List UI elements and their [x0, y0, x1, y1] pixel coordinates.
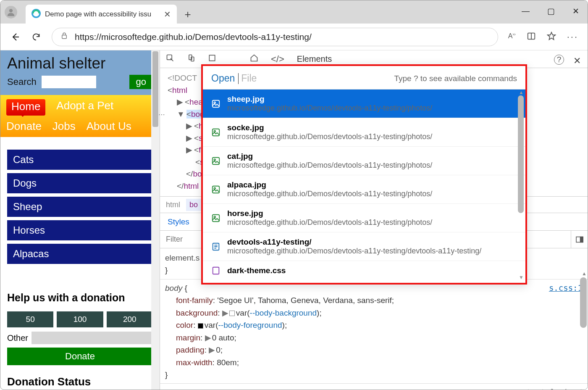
cat-sheep[interactable]: Sheep — [7, 197, 153, 217]
cmd-item[interactable]: horse.jpgmicrosoftedge.github.io/Demos/d… — [203, 204, 525, 232]
go-button[interactable]: go — [129, 75, 153, 89]
refresh-icon[interactable] — [31, 32, 42, 42]
amount-200[interactable]: 200 — [107, 311, 153, 327]
cmd-scroll-down-icon[interactable]: ▼ — [519, 274, 524, 280]
page-title: Animal shelter — [7, 55, 153, 72]
nav-home[interactable]: Home — [6, 99, 45, 116]
cmd-item[interactable]: socke.jpgmicrosoftedge.github.io/Demos/d… — [203, 118, 525, 147]
cmd-scrollbar[interactable] — [518, 95, 524, 213]
devtools-scrollbar[interactable] — [580, 277, 587, 328]
cat-horses[interactable]: Horses — [7, 220, 153, 240]
svg-point-15 — [214, 159, 215, 161]
svg-rect-21 — [213, 267, 219, 274]
other-input[interactable] — [32, 332, 153, 344]
close-window-icon[interactable]: ✕ — [572, 6, 579, 16]
svg-rect-12 — [213, 129, 220, 136]
nav-donate[interactable]: Donate — [6, 120, 42, 133]
minimize-icon[interactable]: — — [522, 6, 530, 16]
cat-alpacas[interactable]: Alpacas — [7, 244, 153, 264]
main-nav: Home Adopt a Pet Donate Jobs About Us — [0, 95, 160, 137]
cmd-item[interactable]: cat.jpgmicrosoftedge.github.io/Demos/dev… — [203, 147, 525, 175]
browser-tab[interactable]: Demo page with accessibility issu ✕ — [26, 5, 177, 24]
page-pane: Animal shelter Search go Home Adopt a Pe… — [0, 50, 160, 390]
lock-icon — [60, 32, 68, 42]
address-bar: https://microsoftedge.github.io/Demos/de… — [0, 24, 588, 50]
search-input[interactable] — [42, 76, 96, 88]
donate-button[interactable]: Donate — [7, 348, 153, 365]
tab-close-icon[interactable]: ✕ — [164, 9, 171, 19]
svg-rect-9 — [580, 237, 583, 242]
svg-rect-14 — [213, 157, 220, 164]
amount-100[interactable]: 100 — [57, 311, 103, 327]
command-menu: Open File Type ? to see available comman… — [201, 64, 527, 285]
cat-dogs[interactable]: Dogs — [7, 173, 153, 193]
donation-status-heading: Donation Status — [7, 375, 153, 388]
nav-jobs[interactable]: Jobs — [52, 120, 76, 133]
svg-point-11 — [214, 102, 215, 103]
reader-icon[interactable] — [527, 32, 536, 42]
page-scrollbar[interactable] — [151, 50, 160, 390]
cmd-open-label: Open — [211, 73, 235, 84]
window-controls: — ▢ ✕ — [522, 6, 579, 16]
svg-point-13 — [214, 130, 215, 132]
css-source-link[interactable]: s.css:1 — [549, 282, 583, 294]
welcome-icon[interactable] — [208, 54, 216, 64]
tab-title: Demo page with accessibility issu — [45, 10, 160, 18]
svg-rect-10 — [213, 100, 220, 107]
crumb-body[interactable]: bo — [186, 199, 201, 211]
svg-point-19 — [214, 216, 215, 218]
maximize-icon[interactable]: ▢ — [547, 6, 555, 16]
category-list: Cats Dogs Sheep Horses Alpacas — [0, 137, 160, 269]
more-icon[interactable]: ··· — [567, 32, 578, 42]
inspect-icon[interactable] — [166, 54, 174, 64]
devtools-close-icon[interactable]: ✕ — [573, 55, 581, 66]
svg-rect-2 — [62, 35, 67, 39]
url-field[interactable]: https://microsoftedge.github.io/Demos/de… — [52, 28, 498, 46]
other-label: Other — [7, 332, 28, 344]
scroll-up-icon[interactable]: ▲ — [582, 271, 587, 277]
amount-50[interactable]: 50 — [7, 311, 53, 327]
read-aloud-icon[interactable]: A›› — [508, 32, 516, 42]
cmd-item[interactable]: dark-theme.css — [203, 261, 525, 277]
cmd-list: sheep.jpgmicrosoftedge.github.io/Demos/d… — [203, 89, 525, 277]
text-cursor — [238, 73, 239, 84]
svg-rect-18 — [213, 214, 220, 221]
device-icon[interactable] — [187, 54, 195, 64]
svg-rect-16 — [213, 186, 220, 193]
cmd-scroll-up-icon[interactable]: ▲ — [519, 90, 524, 95]
cmd-item[interactable]: sheep.jpgmicrosoftedge.github.io/Demos/d… — [203, 90, 525, 118]
svg-rect-7 — [209, 55, 215, 61]
back-icon[interactable] — [10, 32, 21, 42]
svg-point-17 — [214, 187, 215, 189]
cmd-item[interactable]: alpaca.jpgmicrosoftedge.github.io/Demos/… — [203, 175, 525, 204]
cmd-file-placeholder[interactable]: File — [241, 73, 257, 84]
edge-icon — [32, 9, 41, 20]
cmd-hint: Type ? to see available commands — [394, 74, 517, 83]
browser-titlebar: Demo page with accessibility issu ✕ + — … — [0, 0, 588, 24]
help-icon[interactable]: ? — [554, 55, 564, 65]
elements-tab[interactable]: Elements — [297, 54, 332, 64]
profile-avatar[interactable] — [5, 6, 17, 18]
cat-cats[interactable]: Cats — [7, 150, 153, 170]
search-label: Search — [7, 76, 37, 87]
url-text: https://microsoftedge.github.io/Demos/de… — [75, 32, 312, 42]
new-tab-button[interactable]: + — [179, 8, 196, 21]
crumb-html[interactable]: html — [166, 200, 180, 209]
donation-section: Help us with a donation 50 100 200 Other… — [0, 269, 160, 390]
user-agent-label: user agent stylesheet — [482, 386, 583, 390]
home-tab-icon[interactable] — [250, 54, 258, 64]
dock-icon[interactable] — [571, 231, 588, 248]
page-header: Animal shelter Search go — [0, 50, 160, 95]
cmd-item[interactable]: devtools-a11y-testing/microsoftedge.gith… — [203, 232, 525, 261]
svg-point-0 — [9, 9, 13, 12]
nav-adopt[interactable]: Adopt a Pet — [56, 99, 113, 116]
nav-about[interactable]: About Us — [87, 120, 131, 133]
favorite-icon[interactable] — [547, 32, 556, 42]
donation-heading: Help us with a donation — [7, 292, 153, 304]
